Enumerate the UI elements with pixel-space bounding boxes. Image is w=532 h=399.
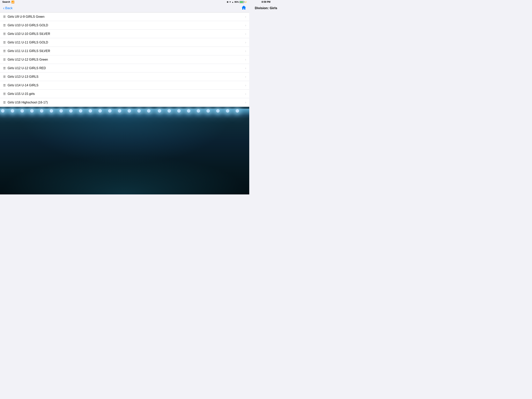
stadium-light-spot [177, 109, 181, 113]
stadium-light-spot [20, 109, 24, 113]
list-icon: ☰ [3, 101, 6, 104]
stadium-light-spot [30, 109, 34, 113]
back-button[interactable]: ‹ Back [3, 6, 13, 10]
list-item-label: Girls U14 U-14 GIRLS [8, 84, 245, 87]
list-item-label: Girls U16 Highschool (16-17) [8, 101, 245, 104]
stadium-light-spot [118, 109, 121, 113]
list-item[interactable]: ☰ Girls U10 U-10 GIRLS GOLD › [0, 21, 249, 30]
stadium-light-spot [127, 109, 131, 113]
status-left: Search 📶 [2, 0, 14, 4]
list-item-label: Girls U13 U-13 GIRLS [8, 75, 245, 78]
chevron-right-icon: › [245, 32, 246, 36]
list-item[interactable]: ☰ Girls U12 U-12 GIRLS Green › [0, 55, 249, 64]
stadium-light-spot [216, 109, 220, 113]
list-icon: ☰ [3, 92, 6, 96]
stadium-field-glow [0, 155, 249, 194]
charging-icon: ⚡ [245, 1, 247, 3]
list-icon: ☰ [3, 41, 6, 44]
chevron-right-icon: › [245, 101, 246, 104]
list-item-label: Girls U11 U-11 GIRLS GOLD [8, 41, 245, 44]
list-item-label: Girls U10 U-10 GIRLS GOLD [8, 24, 245, 27]
list-item[interactable]: ☰ Girls U11 U-11 GIRLS SILVER › [0, 47, 249, 55]
stadium-light-spot [89, 109, 92, 113]
chevron-right-icon: › [245, 58, 246, 61]
list-icon: ☰ [3, 32, 6, 36]
list-icon: ☰ [3, 49, 6, 53]
list-item-label: Girls U15 U-15 girls [8, 92, 245, 96]
search-label: Search [2, 0, 10, 3]
back-label: Back [5, 6, 13, 10]
stadium-light-spot [11, 109, 14, 113]
status-bar: Search 📶 8:59 PM ⊕ ✦ ▲ 95% ⚡ [0, 0, 249, 4]
stadium-light-spot [79, 109, 82, 113]
list-item[interactable]: ☰ Girls U13 U-13 GIRLS › [0, 72, 249, 81]
list-item[interactable]: ☰ Girls U9 U-9 GIRLS Green › [0, 13, 249, 21]
chevron-right-icon: › [245, 92, 246, 96]
stadium-light-spot [187, 109, 190, 113]
list-item[interactable]: ☰ Girls U10 U-10 GIRLS SILVER › [0, 30, 249, 38]
stadium-light-spot [98, 109, 102, 113]
list-item[interactable]: ☰ Girls U16 Highschool (16-17) › [0, 98, 249, 107]
chevron-right-icon: › [245, 49, 246, 53]
list-item-label: Girls U9 U-9 GIRLS Green [8, 15, 245, 19]
stadium-light-spot [167, 109, 171, 113]
home-button[interactable] [241, 6, 246, 11]
stadium-light-spot [158, 109, 161, 113]
stadium-light-spot [108, 109, 112, 113]
chevron-right-icon: › [245, 75, 246, 78]
battery-indicator [240, 1, 244, 3]
stadium-light-spot [40, 109, 44, 113]
nav-bar: ‹ Back Division: Girls [0, 4, 249, 13]
stadium-light-spot [69, 109, 73, 113]
wifi-icon: 📶 [11, 0, 14, 4]
chevron-right-icon: › [245, 84, 246, 87]
list-item[interactable]: ☰ Girls U11 U-11 GIRLS GOLD › [0, 38, 249, 47]
list-icon: ☰ [3, 84, 6, 87]
stadium-light-spot [226, 109, 229, 113]
stadium-background [0, 107, 249, 194]
list-item-label: Girls U12 U-12 GIRLS Green [8, 58, 245, 61]
status-right: ⊕ ✦ ▲ 95% ⚡ [227, 1, 247, 3]
back-chevron-icon: ‹ [3, 6, 5, 10]
chevron-right-icon: › [245, 24, 246, 27]
list-icon: ☰ [3, 58, 6, 61]
stadium-light-spot [137, 109, 141, 113]
stadium-light-spot [197, 109, 200, 113]
chevron-right-icon: › [245, 15, 246, 19]
stadium-light-spot [50, 109, 53, 113]
divisions-list: ☰ Girls U9 U-9 GIRLS Green › ☰ Girls U10… [0, 13, 249, 107]
list-item-label: Girls U10 U-10 GIRLS SILVER [8, 32, 245, 36]
battery-pct: 95% [234, 1, 239, 3]
list-item-label: Girls U11 U-11 GIRLS SILVER [8, 49, 245, 53]
chevron-right-icon: › [245, 41, 246, 44]
list-item[interactable]: ☰ Girls U14 U-14 GIRLS › [0, 81, 249, 90]
stadium-light-spot [236, 109, 239, 113]
list-item[interactable]: ☰ Girls U15 U-15 girls › [0, 90, 249, 98]
stadium-light-spot [206, 109, 210, 113]
location-icon: ▲ [232, 1, 234, 3]
airplay-icon: ⊕ [227, 1, 228, 3]
bluetooth-icon: ✦ [229, 1, 231, 3]
list-item-label: Girls U12 U-12 GIRLS RED [8, 66, 245, 70]
stadium-light-spot [147, 109, 151, 113]
stadium-light-spot [59, 109, 63, 113]
stadium-light-spot [1, 109, 5, 113]
list-item[interactable]: ☰ Girls U12 U-12 GIRLS RED › [0, 64, 249, 72]
list-icon: ☰ [3, 66, 6, 70]
list-icon: ☰ [3, 15, 6, 19]
list-icon: ☰ [3, 75, 6, 78]
chevron-right-icon: › [245, 66, 246, 70]
list-icon: ☰ [3, 24, 6, 27]
battery-fill [240, 1, 243, 3]
